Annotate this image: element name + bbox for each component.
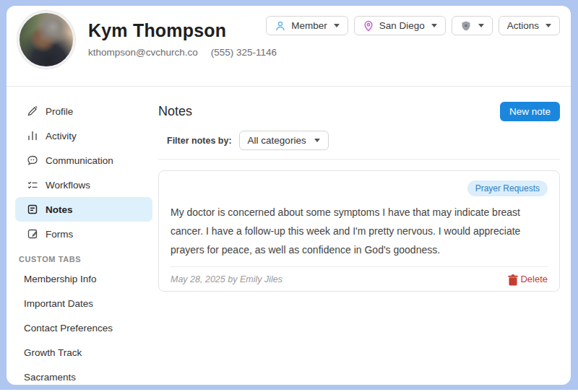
sidebar-item-label: Communication: [46, 155, 113, 166]
membership-label: Member: [291, 20, 327, 31]
avatar[interactable]: [17, 11, 75, 69]
filter-label: Filter notes by:: [167, 136, 232, 146]
caret-down-icon: [478, 24, 484, 27]
sidebar-item-label: Forms: [46, 229, 73, 240]
person-icon: [275, 20, 286, 32]
sidebar-item-contact-preferences[interactable]: Contact Preferences: [7, 315, 158, 340]
category-filter-dropdown[interactable]: All categories: [239, 131, 329, 150]
page-title: Notes: [158, 104, 192, 119]
note-category-badge[interactable]: Prayer Requests: [467, 180, 548, 196]
divider: [158, 159, 560, 160]
header-actions: Member San Diego: [266, 16, 560, 35]
category-filter-value: All categories: [248, 135, 306, 146]
form-icon: [27, 228, 38, 240]
page-background: Kym Thompson kthompson@cvchurch.co (555)…: [0, 0, 578, 392]
note-card: Prayer Requests My doctor is concerned a…: [158, 170, 560, 292]
sidebar-item-label: Activity: [46, 131, 77, 141]
actions-label: Actions: [507, 20, 539, 31]
sidebar-item-activity[interactable]: Activity: [15, 123, 152, 148]
shield-icon: [460, 20, 472, 32]
sidebar-item-label: Profile: [46, 106, 73, 117]
campus-dropdown[interactable]: San Diego: [354, 16, 446, 35]
delete-note-button[interactable]: Delete: [507, 274, 548, 284]
person-phone: (555) 325-1146: [211, 47, 277, 58]
sidebar-item-important-dates[interactable]: Important Dates: [7, 291, 158, 315]
sidebar-item-notes[interactable]: Notes: [15, 197, 152, 222]
sidebar-item-membership-info[interactable]: Membership Info: [7, 266, 158, 291]
sidebar-item-workflows[interactable]: Workflows: [15, 173, 152, 197]
permissions-dropdown[interactable]: [452, 16, 493, 35]
sidebar-item-communication[interactable]: Communication: [15, 148, 152, 173]
caret-down-icon: [545, 24, 551, 27]
sidebar-item-forms[interactable]: Forms: [15, 222, 152, 246]
delete-label: Delete: [520, 274, 548, 284]
notes-panel: Notes New note Filter notes by: All cate…: [158, 87, 560, 385]
note-icon: [27, 204, 38, 215]
bar-chart-icon: [27, 130, 38, 141]
profile-header: Kym Thompson kthompson@cvchurch.co (555)…: [7, 6, 571, 87]
sidebar: Profile Activity Communication: [7, 87, 158, 385]
caret-down-icon: [314, 139, 320, 142]
new-note-button[interactable]: New note: [500, 102, 560, 121]
note-meta: May 28, 2025 by Emily Jiles: [171, 274, 282, 284]
pencil-icon: [27, 105, 38, 117]
note-text: My doctor is concerned about some sympto…: [171, 203, 548, 259]
sidebar-item-sacraments[interactable]: Sacraments: [7, 365, 158, 385]
speech-bubble-icon: [27, 154, 38, 166]
person-email: kthompson@cvchurch.co: [88, 47, 198, 58]
person-name: Kym Thompson: [88, 20, 277, 41]
profile-window: Kym Thompson kthompson@cvchurch.co (555)…: [7, 6, 571, 385]
membership-dropdown[interactable]: Member: [266, 16, 348, 35]
sidebar-item-label: Notes: [46, 204, 73, 215]
sidebar-item-growth-track[interactable]: Growth Track: [7, 340, 158, 365]
location-pin-icon: [363, 20, 374, 32]
actions-dropdown[interactable]: Actions: [499, 16, 560, 35]
sidebar-item-profile[interactable]: Profile: [15, 99, 152, 123]
checklist-icon: [27, 179, 38, 191]
caret-down-icon: [334, 24, 340, 27]
sidebar-item-label: Workflows: [46, 180, 90, 191]
custom-tabs-header: CUSTOM TABS: [19, 255, 158, 263]
identity-block: Kym Thompson kthompson@cvchurch.co (555)…: [88, 20, 277, 58]
campus-label: San Diego: [379, 20, 425, 31]
trash-icon: [507, 274, 516, 284]
caret-down-icon: [431, 24, 437, 27]
